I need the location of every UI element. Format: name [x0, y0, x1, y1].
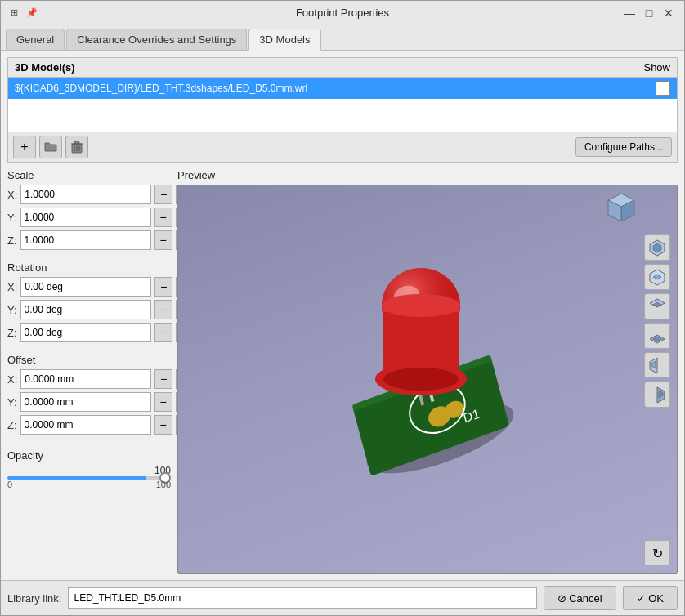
titlebar: ⊞ 📌 Footprint Properties — □ ✕: [1, 1, 684, 25]
model-list-row[interactable]: ${KICAD6_3DMODEL_DIR}/LED_THT.3dshapes/L…: [8, 78, 677, 99]
scale-label: Scale: [7, 169, 171, 181]
main-content: 3D Model(s) Show ${KICAD6_3DMODEL_DIR}/L…: [1, 51, 684, 580]
view-bottom-button[interactable]: [644, 323, 670, 349]
view-left-button[interactable]: [644, 352, 670, 378]
view-right-button[interactable]: [644, 382, 670, 408]
refresh-button[interactable]: ↻: [644, 540, 670, 566]
opacity-slider-row: [7, 476, 171, 480]
offset-x-row: X: − +: [7, 369, 171, 389]
offset-y-input[interactable]: [20, 392, 151, 412]
titlebar-controls: — □ ✕: [620, 4, 678, 22]
scale-x-decrement[interactable]: −: [154, 185, 172, 204]
rotation-x-row: X: − +: [7, 277, 171, 297]
tab-bar: General Clearance Overrides and Settings…: [1, 25, 684, 51]
folder-button[interactable]: [39, 136, 62, 158]
grid-icon: ⊞: [7, 7, 20, 20]
rotation-z-decrement[interactable]: −: [154, 323, 172, 342]
tab-3dmodels[interactable]: 3D Models: [248, 29, 320, 51]
model-list-empty: [8, 99, 677, 132]
offset-z-input[interactable]: [20, 415, 151, 435]
scale-z-row: Z: − +: [7, 230, 171, 250]
model-list-title: 3D Model(s): [15, 61, 75, 74]
cancel-button[interactable]: ⊘ Cancel: [544, 586, 616, 610]
ok-button[interactable]: ✓ OK: [623, 586, 678, 610]
model-list-header: 3D Model(s) Show: [8, 58, 677, 78]
window-title: Footprint Properties: [296, 7, 389, 19]
bottom-buttons: ⊘ Cancel ✓ OK: [544, 586, 678, 610]
scale-y-decrement[interactable]: −: [154, 208, 172, 227]
tab-general[interactable]: General: [6, 29, 65, 50]
scale-y-label: Y:: [7, 212, 17, 224]
preview-label: Preview: [177, 169, 678, 181]
model-list-show-label: Show: [643, 61, 670, 74]
rotation-x-label: X:: [7, 281, 17, 293]
offset-x-decrement[interactable]: −: [154, 369, 172, 389]
left-panel: Scale X: − + Y: − + Z:: [7, 169, 171, 574]
view-back-button[interactable]: [644, 264, 670, 290]
opacity-max-label: 100: [156, 480, 171, 489]
pin-icon: 📌: [25, 7, 38, 20]
rotation-y-row: Y: − +: [7, 300, 171, 319]
close-button[interactable]: ✕: [660, 4, 678, 22]
view-top-button[interactable]: [644, 293, 670, 319]
opacity-min-label: 0: [7, 480, 12, 489]
opacity-section: Opacity 100 0 100: [7, 449, 171, 489]
model-toolbar: +: [8, 132, 677, 162]
delete-model-button[interactable]: [65, 136, 88, 158]
offset-z-row: Z: − +: [7, 415, 171, 435]
maximize-button[interactable]: □: [640, 4, 658, 22]
svg-point-38: [382, 294, 460, 317]
configure-paths-button[interactable]: Configure Paths...: [575, 137, 672, 157]
scale-section: Scale X: − + Y: − + Z:: [7, 169, 171, 253]
opacity-slider[interactable]: [7, 476, 171, 480]
opacity-label: Opacity: [7, 449, 171, 462]
model-list-body: ${KICAD6_3DMODEL_DIR}/LED_THT.3dshapes/L…: [8, 78, 677, 132]
scale-z-label: Z:: [7, 234, 17, 247]
offset-z-decrement[interactable]: −: [154, 415, 172, 435]
rotation-z-label: Z:: [7, 327, 17, 339]
model-path: ${KICAD6_3DMODEL_DIR}/LED_THT.3dshapes/L…: [15, 83, 307, 94]
scale-x-input[interactable]: [20, 185, 151, 204]
view-front-button[interactable]: [644, 234, 670, 261]
main-area: Scale X: − + Y: − + Z:: [7, 169, 678, 574]
view-buttons: [644, 234, 670, 408]
rotation-x-input[interactable]: [20, 277, 151, 297]
offset-y-label: Y:: [7, 396, 17, 408]
rotation-z-row: Z: − +: [7, 323, 171, 342]
offset-section: Offset X: − + Y: − + Z:: [7, 354, 171, 438]
scale-x-row: X: − +: [7, 185, 171, 204]
preview-area: Preview: [177, 169, 678, 574]
offset-z-label: Z:: [7, 419, 17, 431]
scale-z-decrement[interactable]: −: [154, 230, 172, 250]
view-cube[interactable]: [605, 192, 638, 227]
rotation-y-label: Y:: [7, 304, 17, 316]
offset-x-input[interactable]: [20, 369, 151, 389]
rotation-x-decrement[interactable]: −: [154, 277, 172, 297]
offset-y-row: Y: − +: [7, 392, 171, 412]
add-model-button[interactable]: +: [13, 136, 36, 158]
scale-y-input[interactable]: [20, 208, 151, 227]
scale-z-input[interactable]: [20, 230, 151, 250]
preview-canvas[interactable]: ↻: [177, 185, 678, 574]
rotation-label: Rotation: [7, 261, 171, 274]
offset-x-label: X:: [7, 373, 17, 386]
offset-label: Offset: [7, 354, 171, 366]
scale-x-label: X:: [7, 189, 17, 201]
model-list-section: 3D Model(s) Show ${KICAD6_3DMODEL_DIR}/L…: [7, 57, 678, 163]
rotation-y-input[interactable]: [20, 300, 151, 319]
main-window: ⊞ 📌 Footprint Properties — □ ✕ General C…: [0, 0, 685, 616]
minimize-button[interactable]: —: [620, 4, 638, 22]
library-link-input[interactable]: [68, 587, 536, 609]
titlebar-left: ⊞ 📌: [7, 7, 38, 20]
rotation-z-input[interactable]: [20, 323, 151, 342]
model-show-checkbox[interactable]: [656, 81, 670, 96]
rotation-section: Rotation X: − + Y: − + Z:: [7, 261, 171, 346]
svg-point-37: [383, 368, 459, 391]
library-link-label: Library link:: [7, 592, 61, 605]
bottom-bar: Library link: ⊘ Cancel ✓ OK: [1, 580, 684, 615]
offset-y-decrement[interactable]: −: [154, 392, 172, 412]
model-toolbar-left: +: [13, 136, 88, 158]
rotation-y-decrement[interactable]: −: [154, 300, 172, 319]
tab-clearance[interactable]: Clearance Overrides and Settings: [66, 29, 247, 50]
led-3d-preview: D1: [178, 185, 677, 573]
